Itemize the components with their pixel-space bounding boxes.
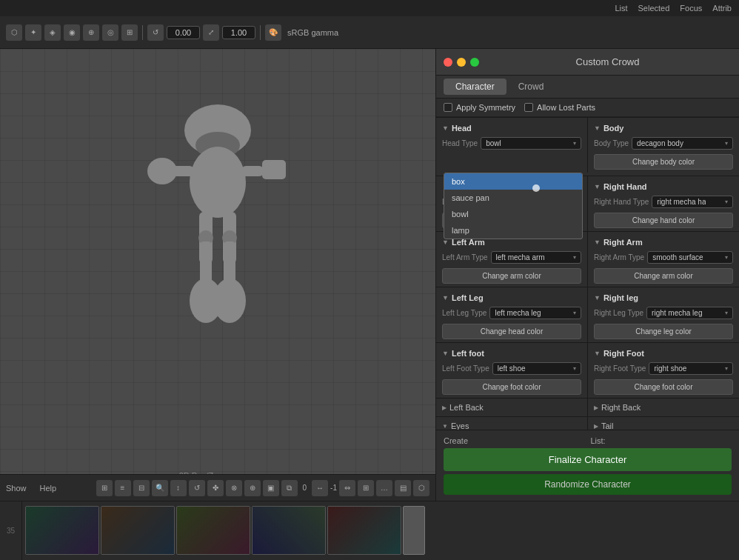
nav-focus[interactable]: Focus — [680, 4, 702, 13]
allow-lost-parts-label: Allow Lost Parts — [537, 103, 595, 112]
right-leg-section: ▼ Right leg Right Leg Type right mecha l… — [587, 287, 739, 342]
dropdown-item-lamp[interactable]: lamp — [444, 222, 582, 239]
change-left-leg-color-btn[interactable]: Change head color — [442, 324, 581, 339]
change-right-hand-color-btn[interactable]: Change hand color — [594, 213, 733, 228]
body-arrow: ▼ — [594, 124, 601, 132]
toolbar-icon-6[interactable]: ◎ — [102, 24, 118, 41]
apply-symmetry-checkbox[interactable] — [444, 103, 452, 112]
body-select-arrow: ▾ — [725, 140, 728, 147]
nav-attrib[interactable]: Attrib — [712, 4, 732, 13]
change-right-leg-color-btn[interactable]: Change leg color — [594, 324, 733, 339]
change-body-color-btn[interactable]: Change body color — [594, 154, 733, 170]
timeline-side: 35 — [7, 527, 15, 535]
eyes-section[interactable]: ▼ Eyes — [436, 417, 587, 430]
toolbar-icon-1[interactable]: ⬡ — [6, 24, 22, 41]
toolbar-icon-3[interactable]: ◈ — [44, 24, 61, 41]
view-icon-9[interactable]: ⊕ — [244, 480, 261, 496]
character-svg — [129, 86, 307, 419]
view-icon-2[interactable]: ≡ — [115, 480, 131, 496]
view-icon-5[interactable]: ↕ — [170, 480, 187, 496]
view-icon-10[interactable]: ▣ — [263, 480, 279, 496]
toolbar-icon-4[interactable]: ◉ — [64, 24, 80, 41]
right-foot-type-value: right shoe — [654, 364, 686, 373]
left-foot-section-header: ▼ Left foot — [442, 346, 581, 361]
toolbar-value-1[interactable]: 0.00 — [167, 26, 200, 39]
view-icon-3[interactable]: ⊟ — [133, 480, 150, 496]
right-hand-type-select[interactable]: right mecha ha ▾ — [652, 196, 733, 208]
viewport-show[interactable]: Show — [6, 484, 27, 493]
toolbar-icon-2[interactable]: ✦ — [25, 24, 41, 41]
viewport[interactable]: 2D Pan/Zoom : persp Show Help ⊞ ≡ ⊟ 🔍 ↕ … — [0, 49, 435, 501]
right-leg-type-select[interactable]: right mecha leg ▾ — [646, 307, 733, 319]
nav-selected[interactable]: Selected — [638, 4, 670, 13]
right-hand-label: Right Hand — [603, 182, 647, 191]
toolbar-icon-9[interactable]: ⤢ — [203, 24, 219, 41]
toolbar-icon-5[interactable]: ⊕ — [83, 24, 99, 41]
legs-section-row: ▼ Left Leg Left Leg Type left mecha leg … — [436, 287, 739, 342]
minimize-button[interactable] — [457, 58, 466, 67]
view-icon-4[interactable]: 🔍 — [152, 480, 168, 496]
left-leg-type-label: Left Leg Type — [442, 309, 486, 317]
view-icon-6[interactable]: ↺ — [189, 480, 205, 496]
eyes-label: Eyes — [451, 421, 469, 430]
right-foot-type-select[interactable]: right shoe ▾ — [649, 362, 733, 375]
timeline-thumb-placeholder[interactable] — [403, 506, 425, 555]
view-icon-16[interactable]: ▤ — [395, 480, 411, 496]
view-icon-17[interactable]: ⬡ — [413, 480, 429, 496]
panel-title: Custom Crowd — [484, 56, 732, 67]
toolbar-icon-8[interactable]: ↺ — [147, 24, 164, 41]
change-left-arm-color-btn[interactable]: Change arm color — [442, 268, 581, 284]
head-type-row: Head Type bowl ▾ — [442, 136, 581, 153]
right-back-label: Right Back — [601, 403, 641, 412]
panel-titlebar: Custom Crowd — [436, 49, 739, 76]
left-leg-type-select[interactable]: left mecha leg ▾ — [489, 307, 581, 319]
dropdown-item-saucepan[interactable]: sauce pan — [444, 190, 582, 206]
change-right-arm-color-btn[interactable]: Change arm color — [594, 268, 733, 284]
timeline-thumb-3[interactable] — [176, 506, 250, 555]
view-icon-15[interactable]: … — [376, 480, 392, 496]
right-foot-section: ▼ Right Foot Right Foot Type right shoe … — [587, 343, 739, 398]
change-right-foot-color-btn[interactable]: Change foot color — [594, 379, 733, 395]
right-arm-type-select[interactable]: smooth surface ▾ — [647, 251, 733, 264]
dropdown-item-bowl[interactable]: bowl — [444, 206, 582, 222]
right-foot-type-label: Right Foot Type — [594, 364, 646, 373]
head-type-select[interactable]: bowl ▾ — [481, 137, 581, 150]
maximize-button[interactable] — [470, 58, 479, 67]
toolbar-value-2[interactable]: 1.00 — [222, 26, 255, 39]
toolbar-icon-7[interactable]: ⊞ — [121, 24, 138, 41]
tab-crowd[interactable]: Crowd — [506, 79, 556, 95]
left-arm-type-select[interactable]: left mecha arm ▾ — [491, 251, 581, 264]
panel-content[interactable]: ▼ Head Head Type bowl ▾ ▼ B — [436, 117, 739, 430]
left-foot-type-select[interactable]: left shoe ▾ — [492, 362, 581, 375]
close-button[interactable] — [444, 58, 452, 67]
allow-lost-parts-checkbox[interactable] — [524, 103, 533, 112]
randomize-character-btn[interactable]: Randomize Character — [444, 474, 732, 495]
view-icon-8[interactable]: ⊗ — [226, 480, 242, 496]
viewport-help[interactable]: Help — [40, 484, 57, 493]
finalize-character-btn[interactable]: Finalize Character — [444, 448, 732, 471]
view-icon-13[interactable]: ⇔ — [339, 480, 355, 496]
view-icon-11[interactable]: ⧉ — [281, 480, 298, 496]
toolbar-icon-10[interactable]: 🎨 — [265, 24, 281, 41]
dropdown-item-box[interactable]: box — [444, 173, 582, 190]
right-back-section[interactable]: ▶ Right Back — [587, 399, 739, 416]
timeline-thumb-5[interactable] — [327, 506, 401, 555]
view-icon-14[interactable]: ⊞ — [358, 480, 374, 496]
timeline-thumb-1[interactable] — [25, 506, 99, 555]
timeline-thumb-2[interactable] — [101, 506, 175, 555]
left-back-section[interactable]: ▶ Left Back — [436, 399, 587, 416]
view-icon-12[interactable]: ↔ — [312, 480, 328, 496]
change-left-foot-color-btn[interactable]: Change foot color — [442, 379, 581, 395]
right-foot-type-row: Right Foot Type right shoe ▾ — [594, 361, 733, 378]
view-icon-7[interactable]: ✤ — [207, 480, 224, 496]
right-arm-select-arrow: ▾ — [725, 254, 728, 261]
body-type-select[interactable]: decagon body ▾ — [632, 137, 733, 150]
right-hand-arrow: ▼ — [594, 183, 601, 190]
head-dropdown[interactable]: box sauce pan bowl lamp — [444, 173, 583, 239]
tab-character[interactable]: Character — [444, 79, 506, 95]
nav-list[interactable]: List — [615, 4, 627, 13]
tail-section[interactable]: ▶ Tail — [587, 417, 739, 430]
timeline-thumb-4[interactable] — [252, 506, 326, 555]
list-label: List: — [591, 436, 732, 445]
view-icon-1[interactable]: ⊞ — [96, 480, 113, 496]
